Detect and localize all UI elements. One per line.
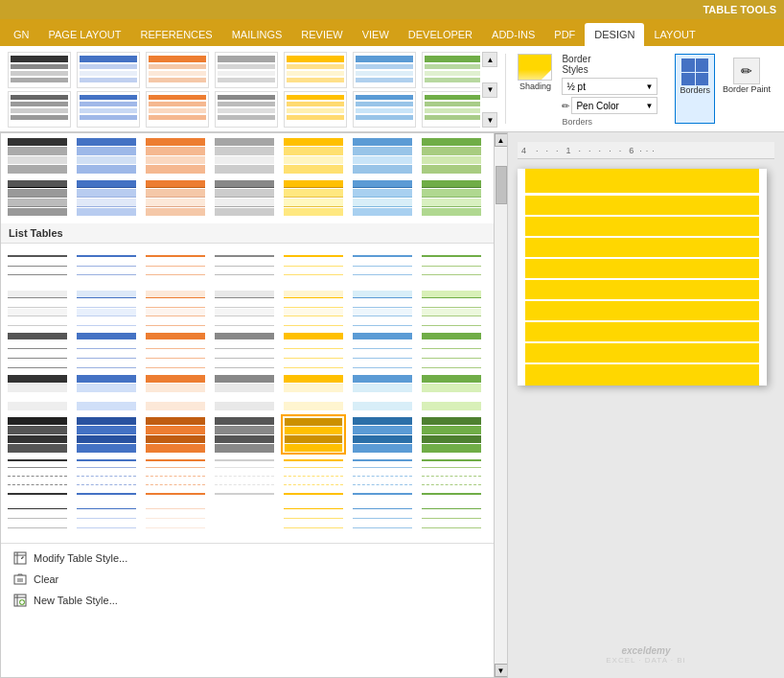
lt-green-3[interactable] — [419, 330, 484, 370]
style-thumb-blue-2[interactable] — [77, 91, 140, 128]
tab-add-ins[interactable]: ADD-INS — [482, 23, 544, 46]
gallery-scroll-up[interactable]: ▲ — [482, 52, 497, 67]
lt-blue-7[interactable] — [74, 499, 139, 539]
lt-orange-4[interactable] — [143, 372, 208, 412]
tab-gn[interactable]: GN — [4, 23, 39, 46]
style-thumb-lightblue-1[interactable] — [353, 52, 416, 88]
lt-gray-7[interactable] — [212, 499, 277, 539]
lt-lightblue-2[interactable] — [350, 288, 415, 328]
lt-yellow-4[interactable] — [281, 372, 346, 412]
new-table-style-action[interactable]: New Table Style... — [9, 590, 486, 611]
border-paint-button[interactable]: ✏ Border Paint — [719, 54, 774, 124]
lt-lightblue-4[interactable] — [350, 372, 415, 412]
tab-mailings[interactable]: MAILINGS — [222, 23, 292, 46]
style-green-a1[interactable] — [419, 135, 484, 175]
lt-plain-6[interactable] — [5, 456, 70, 497]
lt-lightblue-6[interactable] — [350, 456, 415, 497]
tab-page-layout[interactable]: PAGE LAYOUT — [39, 23, 131, 46]
lt-gray-6[interactable] — [212, 456, 277, 497]
style-yellow-a1[interactable] — [281, 135, 346, 175]
lt-plain-3[interactable] — [5, 330, 70, 370]
style-thumb-green-1[interactable] — [422, 52, 480, 88]
style-thumb-green-2[interactable] — [422, 91, 480, 128]
lt-yellow-6[interactable] — [281, 456, 346, 497]
lt-plain-5-dark[interactable] — [5, 414, 70, 455]
scrollbar-up-btn[interactable]: ▲ — [495, 133, 508, 147]
lt-yellow-5-dark[interactable] — [281, 414, 346, 455]
style-gray-a1[interactable] — [212, 135, 277, 175]
style-thumb-yellow-2[interactable] — [284, 91, 347, 128]
style-orange-a1[interactable] — [143, 135, 208, 175]
lt-orange-3[interactable] — [143, 330, 208, 370]
lt-gray-2[interactable] — [212, 288, 277, 328]
lt-yellow-1[interactable] — [281, 245, 346, 286]
shading-button[interactable]: Shading — [512, 50, 558, 128]
scrollbar-track[interactable] — [495, 147, 508, 664]
lt-orange-2[interactable] — [143, 288, 208, 328]
style-blue-a1[interactable] — [74, 135, 139, 175]
lt-green-7[interactable] — [419, 499, 484, 539]
lt-gray-4[interactable] — [212, 372, 277, 412]
style-orange-b1[interactable] — [143, 177, 208, 218]
style-plain-a1[interactable] — [5, 135, 70, 175]
tab-developer[interactable]: DEVELOPER — [399, 23, 482, 46]
lt-blue-6[interactable] — [74, 456, 139, 497]
lt-orange-7[interactable] — [143, 499, 208, 539]
scrollbar-down-btn[interactable]: ▼ — [495, 664, 508, 677]
lt-yellow-2[interactable] — [281, 288, 346, 328]
style-thumb-blue-1[interactable] — [77, 52, 140, 88]
style-thumb-plain-1[interactable] — [8, 52, 71, 88]
modify-table-style-action[interactable]: Modify Table Style... — [9, 548, 486, 569]
lt-blue-5-dark[interactable] — [74, 414, 139, 455]
tab-view[interactable]: VIEW — [353, 23, 399, 46]
lt-green-4[interactable] — [419, 372, 484, 412]
style-plain-b1[interactable] — [5, 177, 70, 218]
style-yellow-b1[interactable] — [281, 177, 346, 218]
lt-yellow-7[interactable] — [281, 499, 346, 539]
lt-blue-3[interactable] — [74, 330, 139, 370]
lt-plain-1[interactable] — [5, 245, 70, 286]
borders-button[interactable]: Borders — [675, 54, 715, 124]
gallery-more[interactable]: ▼ — [482, 112, 497, 128]
lt-orange-6[interactable] — [143, 456, 208, 497]
lt-blue-2[interactable] — [74, 288, 139, 328]
lt-green-5-dark[interactable] — [419, 414, 484, 455]
lt-lightblue-5-dark[interactable] — [350, 414, 415, 455]
scrollbar-thumb[interactable] — [496, 166, 507, 204]
pen-color-select[interactable]: Pen Color ▼ — [571, 97, 657, 114]
tab-review[interactable]: REVIEW — [291, 23, 352, 46]
style-thumb-orange-1[interactable] — [146, 52, 209, 88]
style-thumb-orange-2[interactable] — [146, 91, 209, 128]
lt-yellow-3[interactable] — [281, 330, 346, 370]
style-lightblue-b1[interactable] — [350, 177, 415, 218]
lt-blue-1[interactable] — [74, 245, 139, 286]
lt-green-6[interactable] — [419, 456, 484, 497]
lt-plain-7[interactable] — [5, 499, 70, 539]
lt-plain-4[interactable] — [5, 372, 70, 412]
lt-orange-5-dark[interactable] — [143, 414, 208, 455]
gallery-scroll-down[interactable]: ▼ — [482, 82, 497, 98]
style-thumb-lightblue-2[interactable] — [353, 91, 416, 128]
style-thumb-plain-2[interactable] — [8, 91, 71, 128]
lt-blue-4[interactable] — [74, 372, 139, 412]
lt-orange-1[interactable] — [143, 245, 208, 286]
clear-action[interactable]: Clear — [9, 569, 486, 590]
lt-lightblue-3[interactable] — [350, 330, 415, 370]
tab-layout[interactable]: LAYOUT — [644, 23, 704, 46]
style-lightblue-a1[interactable] — [350, 135, 415, 175]
lt-lightblue-7[interactable] — [350, 499, 415, 539]
lt-green-2[interactable] — [419, 288, 484, 328]
style-thumb-gray-1[interactable] — [215, 52, 278, 88]
lt-lightblue-1[interactable] — [350, 245, 415, 286]
style-thumb-yellow-1[interactable] — [284, 52, 347, 88]
pen-weight-select[interactable]: ½ pt ▼ — [562, 78, 657, 95]
tab-references[interactable]: REFERENCES — [131, 23, 222, 46]
lt-gray-3[interactable] — [212, 330, 277, 370]
style-gray-b1[interactable] — [212, 177, 277, 218]
lt-gray-5-dark[interactable] — [212, 414, 277, 455]
style-blue-b1[interactable] — [74, 177, 139, 218]
lt-plain-2[interactable] — [5, 288, 70, 328]
tab-design[interactable]: DESIGN — [585, 23, 644, 46]
tab-pdf[interactable]: PDF — [544, 23, 585, 46]
lt-green-1[interactable] — [419, 245, 484, 286]
